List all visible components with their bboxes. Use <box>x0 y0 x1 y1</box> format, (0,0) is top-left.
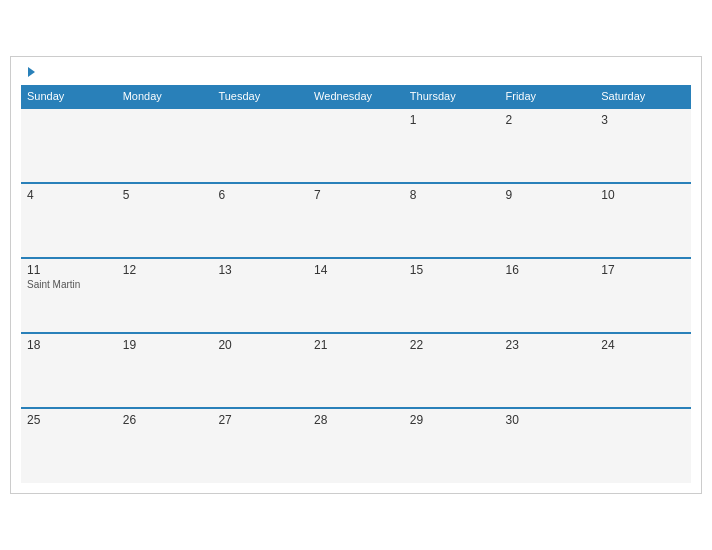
day-number: 18 <box>27 338 111 352</box>
day-number: 30 <box>506 413 590 427</box>
day-number: 4 <box>27 188 111 202</box>
day-number: 7 <box>314 188 398 202</box>
day-number: 27 <box>218 413 302 427</box>
calendar-day-cell: 5 <box>117 183 213 258</box>
calendar-day-cell <box>595 408 691 483</box>
calendar-day-cell <box>117 108 213 183</box>
weekday-header-cell: Thursday <box>404 85 500 108</box>
calendar-day-cell: 20 <box>212 333 308 408</box>
holiday-label: Saint Martin <box>27 279 111 290</box>
calendar-day-cell <box>21 108 117 183</box>
calendar-body: 1234567891011Saint Martin121314151617181… <box>21 108 691 483</box>
calendar-day-cell: 24 <box>595 333 691 408</box>
calendar-day-cell: 1 <box>404 108 500 183</box>
calendar-day-cell: 27 <box>212 408 308 483</box>
calendar-day-cell <box>308 108 404 183</box>
day-number: 1 <box>410 113 494 127</box>
calendar-day-cell: 11Saint Martin <box>21 258 117 333</box>
calendar-day-cell: 9 <box>500 183 596 258</box>
calendar-day-cell <box>212 108 308 183</box>
day-number: 10 <box>601 188 685 202</box>
calendar-day-cell: 30 <box>500 408 596 483</box>
calendar-week-row: 45678910 <box>21 183 691 258</box>
calendar-day-cell: 15 <box>404 258 500 333</box>
calendar-day-cell: 12 <box>117 258 213 333</box>
calendar-day-cell: 3 <box>595 108 691 183</box>
weekday-header-cell: Sunday <box>21 85 117 108</box>
day-number: 26 <box>123 413 207 427</box>
day-number: 12 <box>123 263 207 277</box>
day-number: 8 <box>410 188 494 202</box>
calendar-day-cell: 22 <box>404 333 500 408</box>
calendar-day-cell: 26 <box>117 408 213 483</box>
calendar-day-cell: 19 <box>117 333 213 408</box>
weekday-header-cell: Saturday <box>595 85 691 108</box>
day-number: 11 <box>27 263 111 277</box>
day-number: 3 <box>601 113 685 127</box>
calendar-day-cell: 14 <box>308 258 404 333</box>
calendar-week-row: 11Saint Martin121314151617 <box>21 258 691 333</box>
logo-triangle-icon <box>28 67 35 77</box>
day-number: 5 <box>123 188 207 202</box>
day-number: 13 <box>218 263 302 277</box>
day-number: 15 <box>410 263 494 277</box>
calendar-day-cell: 18 <box>21 333 117 408</box>
logo-area <box>25 67 35 77</box>
calendar-header <box>21 67 691 77</box>
weekday-header-cell: Friday <box>500 85 596 108</box>
logo-blue-row <box>25 67 35 77</box>
day-number: 28 <box>314 413 398 427</box>
weekday-header-cell: Wednesday <box>308 85 404 108</box>
calendar-day-cell: 17 <box>595 258 691 333</box>
weekday-header-cell: Monday <box>117 85 213 108</box>
calendar-week-row: 123 <box>21 108 691 183</box>
day-number: 29 <box>410 413 494 427</box>
day-number: 25 <box>27 413 111 427</box>
calendar-day-cell: 6 <box>212 183 308 258</box>
day-number: 2 <box>506 113 590 127</box>
day-number: 22 <box>410 338 494 352</box>
day-number: 9 <box>506 188 590 202</box>
day-number: 17 <box>601 263 685 277</box>
calendar-week-row: 252627282930 <box>21 408 691 483</box>
calendar-grid: SundayMondayTuesdayWednesdayThursdayFrid… <box>21 85 691 483</box>
calendar-day-cell: 21 <box>308 333 404 408</box>
calendar-container: SundayMondayTuesdayWednesdayThursdayFrid… <box>10 56 702 494</box>
calendar-day-cell: 2 <box>500 108 596 183</box>
weekday-header-cell: Tuesday <box>212 85 308 108</box>
day-number: 20 <box>218 338 302 352</box>
calendar-day-cell: 16 <box>500 258 596 333</box>
calendar-day-cell: 7 <box>308 183 404 258</box>
calendar-day-cell: 23 <box>500 333 596 408</box>
day-number: 6 <box>218 188 302 202</box>
calendar-day-cell: 29 <box>404 408 500 483</box>
calendar-day-cell: 25 <box>21 408 117 483</box>
calendar-day-cell: 4 <box>21 183 117 258</box>
calendar-day-cell: 8 <box>404 183 500 258</box>
weekday-header-row: SundayMondayTuesdayWednesdayThursdayFrid… <box>21 85 691 108</box>
day-number: 19 <box>123 338 207 352</box>
day-number: 14 <box>314 263 398 277</box>
calendar-week-row: 18192021222324 <box>21 333 691 408</box>
calendar-day-cell: 10 <box>595 183 691 258</box>
day-number: 23 <box>506 338 590 352</box>
calendar-day-cell: 28 <box>308 408 404 483</box>
day-number: 24 <box>601 338 685 352</box>
day-number: 21 <box>314 338 398 352</box>
calendar-day-cell: 13 <box>212 258 308 333</box>
day-number: 16 <box>506 263 590 277</box>
